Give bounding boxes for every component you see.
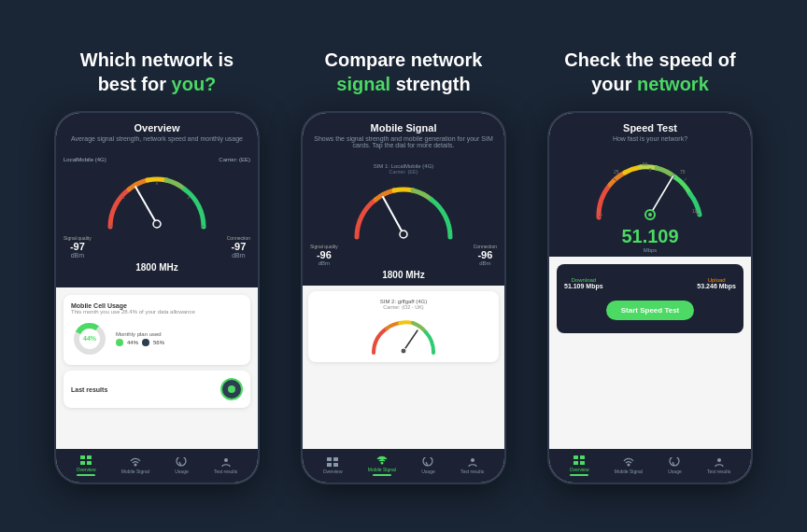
svg-text:50: 50	[643, 161, 648, 167]
svg-rect-44	[573, 461, 578, 465]
gauge1-label: LocalMobile (4G)	[64, 157, 106, 162]
speed-unit: Mbps	[621, 247, 678, 253]
gauge-area-2a: SIM 1: LocalMobile (4G) Carrier: (EE)	[303, 156, 504, 286]
svg-point-14	[134, 464, 136, 467]
svg-point-16	[224, 458, 228, 462]
svg-point-27	[471, 458, 474, 462]
nav3-usage[interactable]: Usage	[668, 457, 681, 474]
screen-2-header: Mobile Signal Shows the signal strength …	[303, 113, 504, 156]
svg-text:0: 0	[597, 208, 600, 214]
nav-results[interactable]: Test results	[214, 457, 237, 474]
gauge1-carrier: Carrier: (EE)	[219, 157, 250, 162]
start-speed-test-button[interactable]: Start Speed Test	[606, 301, 695, 320]
svg-rect-42	[573, 455, 578, 459]
svg-point-20	[401, 348, 406, 354]
panel-2: Compare network signal strength Mobile S…	[286, 48, 521, 484]
gauge2b-card: SIM 2: giffgaff (4G) Carrier: (O2 - UK)	[308, 291, 499, 362]
screen-3-header: Speed Test How fast is your network?	[549, 113, 751, 149]
svg-rect-13	[87, 461, 92, 465]
screen-1-subtitle: Average signal strength, network speed a…	[67, 135, 247, 142]
nav2-usage[interactable]: Usage	[421, 457, 434, 474]
svg-rect-45	[580, 461, 585, 465]
svg-text:100: 100	[692, 208, 701, 214]
svg-rect-11	[87, 455, 92, 459]
screen-2: Mobile Signal Shows the signal strength …	[303, 113, 504, 483]
gauge2a-val: -96	[310, 249, 338, 260]
nav2-signal[interactable]: Mobile Signal	[368, 455, 396, 476]
svg-line-0	[135, 187, 157, 224]
svg-line-34	[650, 175, 673, 215]
usage-card: Mobile Cell Usage This month you use 28.…	[64, 295, 250, 365]
nav2-overview-label: Overview	[323, 469, 343, 474]
usage-sub: This month you use 28.4% of your data al…	[71, 309, 243, 315]
nav2-results[interactable]: Test results	[460, 457, 484, 474]
panel2-highlight: signal	[336, 74, 390, 94]
nav2-signal-label: Mobile Signal	[368, 467, 396, 472]
nav3-signal[interactable]: Mobile Signal	[615, 457, 643, 474]
usage-title: Mobile Cell Usage	[71, 302, 243, 309]
phone-2: Mobile Signal Shows the signal strength …	[301, 111, 506, 484]
nav3-results-label: Test results	[707, 469, 730, 474]
screen-1: Overview Average signal strength, networ…	[56, 113, 258, 483]
nav3-overview-label: Overview	[570, 467, 589, 472]
freq-label-1: 1800 MHz	[135, 262, 178, 273]
nav3-overview[interactable]: Overview	[570, 455, 589, 476]
usage-icon	[175, 457, 188, 467]
svg-point-48	[717, 458, 721, 462]
gauge2b-carrier: Carrier: (O2 - UK)	[316, 304, 491, 310]
speed-stats: Download 51.109 Mbps Upload 53.246 Mbps	[564, 272, 736, 295]
panel3-title-line1: Check the speed of	[564, 49, 735, 70]
last-results-card: Last results	[64, 371, 250, 408]
nav3-signal-label: Mobile Signal	[615, 469, 643, 474]
panel2-title-line2: strength	[396, 74, 471, 94]
bottom-nav-1: Overview Mobile Signal Usage	[56, 449, 258, 483]
gauge-val-left: -97	[64, 241, 92, 252]
nav-overview[interactable]: Overview	[77, 455, 96, 476]
usage-content: 44% Monthly plan used 44% 56%	[71, 320, 243, 357]
panel-3-title: Check the speed of your network	[564, 48, 735, 96]
screen-1-content: Mobile Cell Usage This month you use 28.…	[56, 287, 258, 449]
gauge-svg-1	[96, 166, 218, 231]
grid-icon	[79, 455, 92, 465]
person-icon-3	[713, 457, 726, 467]
svg-line-19	[404, 330, 418, 351]
svg-rect-23	[327, 463, 332, 467]
gauge-1	[96, 166, 218, 231]
nav-overview-label: Overview	[77, 467, 96, 472]
svg-line-17	[383, 197, 404, 234]
title-line2: best for	[98, 74, 166, 94]
gauge-area-1: LocalMobile (4G) Carrier: (EE)	[56, 149, 258, 287]
svg-rect-10	[80, 455, 85, 459]
svg-rect-21	[327, 457, 332, 461]
bottom-nav-3: Overview Mobile Signal Usage	[549, 449, 751, 483]
screen-3-title: Speed Test	[560, 122, 740, 133]
panel-2-title: Compare network signal strength	[325, 48, 483, 96]
nav-usage[interactable]: Usage	[175, 457, 188, 474]
main-container: Which network is best for you? Overview …	[21, 29, 786, 503]
nav2-overview[interactable]: Overview	[323, 457, 343, 474]
usage-icon-3	[668, 457, 681, 467]
svg-point-36	[648, 213, 652, 217]
svg-line-5	[188, 196, 190, 199]
gauge-svg-3: 0 25 50 75 100	[589, 157, 711, 222]
person-icon	[219, 457, 233, 467]
nav-usage-label: Usage	[175, 469, 188, 474]
gauge-area-3: 0 25 50 75 100 51.109 Mbps	[549, 149, 751, 257]
nav-signal[interactable]: Mobile Signal	[121, 457, 149, 474]
gauge-svg-2a	[343, 176, 464, 242]
phone-1: Overview Average signal strength, networ…	[54, 111, 260, 484]
nav2-usage-label: Usage	[421, 469, 434, 474]
svg-point-25	[380, 462, 383, 465]
title-highlight: you?	[172, 74, 217, 94]
download-stat: Download 51.109 Mbps	[564, 277, 603, 289]
nav3-results[interactable]: Test results	[707, 457, 730, 474]
svg-rect-22	[333, 457, 338, 461]
gauge-reading-1: Signal quality -97 dBm Connection -97 dB…	[64, 235, 250, 259]
screen-2-title: Mobile Signal	[314, 122, 493, 133]
panel-1: Which network is best for you? Overview …	[39, 48, 275, 484]
svg-point-18	[400, 231, 407, 238]
last-results-label: Last results	[71, 386, 107, 393]
nav-signal-label: Mobile Signal	[121, 469, 149, 474]
gauge-val-right: -97	[227, 241, 250, 252]
panel2-title-line1: Compare network	[325, 49, 483, 70]
